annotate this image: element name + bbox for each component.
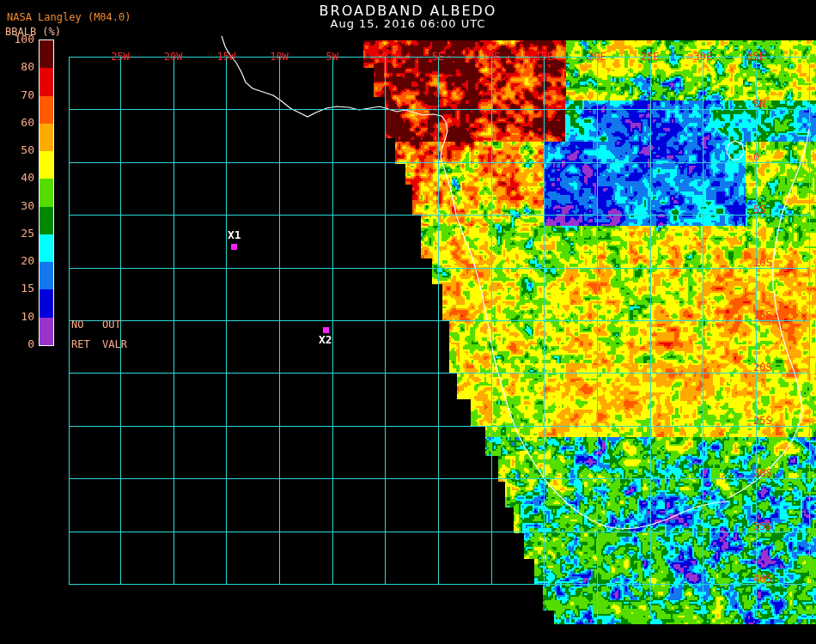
marker-label-X1: X1 (228, 229, 241, 241)
lat-label-20S: 20S (753, 361, 772, 374)
colorbar-segment-10-15 (40, 289, 53, 317)
colorbar-tick-15: 15 (2, 283, 34, 295)
colorbar-segment-70-80 (40, 68, 53, 95)
lat-label-15S: 15S (753, 309, 772, 321)
colorbar-segment-60-70 (40, 96, 53, 124)
colorbar-tick-0: 0 (2, 338, 34, 350)
colorbar-tick-20: 20 (2, 255, 34, 267)
lon-label-10W: 10W (270, 51, 289, 63)
colorbar-tick-25: 25 (2, 228, 34, 240)
colorbar-tick-30: 30 (2, 200, 34, 212)
colorbar-tick-10: 10 (2, 311, 34, 323)
lon-label-25E: 25E (641, 51, 660, 63)
marker-square-X1 (231, 244, 237, 250)
colorbar-segment-20-25 (40, 234, 53, 262)
lat-label-35S: 35S (753, 520, 772, 532)
marker-label-X2: X2 (319, 334, 332, 346)
lon-label-35E: 35E (746, 51, 765, 63)
colorbar-segment-80-100 (40, 40, 53, 68)
colorbar-tick-80: 80 (2, 61, 34, 73)
colorbar-segment-25-30 (40, 207, 53, 234)
lat-label-30S: 30S (753, 467, 772, 479)
colorbar-segment-40-50 (40, 151, 53, 179)
colorbar-segment-50-60 (40, 124, 53, 151)
legend-no-out-label: NO OUT (71, 319, 121, 331)
colorbar-tick-60: 60 (2, 117, 34, 129)
lon-label-20W: 20W (164, 51, 183, 63)
colorbar (39, 39, 54, 346)
colorbar-tick-100: 100 (2, 33, 34, 46)
lon-label-25W: 25W (111, 51, 130, 63)
lon-label-5W: 5W (326, 51, 338, 63)
colorbar-tick-50: 50 (2, 144, 34, 156)
albedo-map-canvas (0, 0, 816, 644)
lon-label-30E: 30E (694, 51, 713, 63)
footer-caption: MT10BROADBAND ALBEDOAUG 15, 2016 06:00ZN… (181, 630, 558, 644)
albedo-map-screen: BROADBAND ALBEDO Aug 15, 2016 06:00 UTC … (0, 0, 816, 644)
lat-label-10S: 10S (753, 257, 772, 269)
legend-ret-valr-label: RET VALR (71, 338, 127, 350)
lon-label-15W: 15W (216, 51, 235, 63)
lon-label-20E: 20E (588, 51, 606, 63)
colorbar-segment-30-40 (40, 179, 53, 206)
colorbar-segment-15-20 (40, 262, 53, 289)
marker-square-X2 (323, 327, 329, 333)
lat-label-40S: 40S (753, 573, 772, 585)
lat-label-5S: 5S (753, 204, 765, 216)
colorbar-tick-40: 40 (2, 172, 34, 184)
agency-version-label: NASA Langley (M04.0) (7, 11, 131, 23)
colorbar-tick-70: 70 (2, 89, 34, 101)
lon-label-10E: 10E (482, 51, 501, 63)
lon-label-15E: 15E (535, 51, 554, 63)
lon-label-0: 0 (382, 51, 388, 63)
lat-label-0: 0 (753, 151, 759, 163)
lon-label-5E: 5E (432, 51, 444, 63)
lat-label-5N: 5N (753, 98, 765, 110)
colorbar-segment-0-10 (40, 318, 53, 345)
lat-label-25S: 25S (753, 415, 772, 427)
